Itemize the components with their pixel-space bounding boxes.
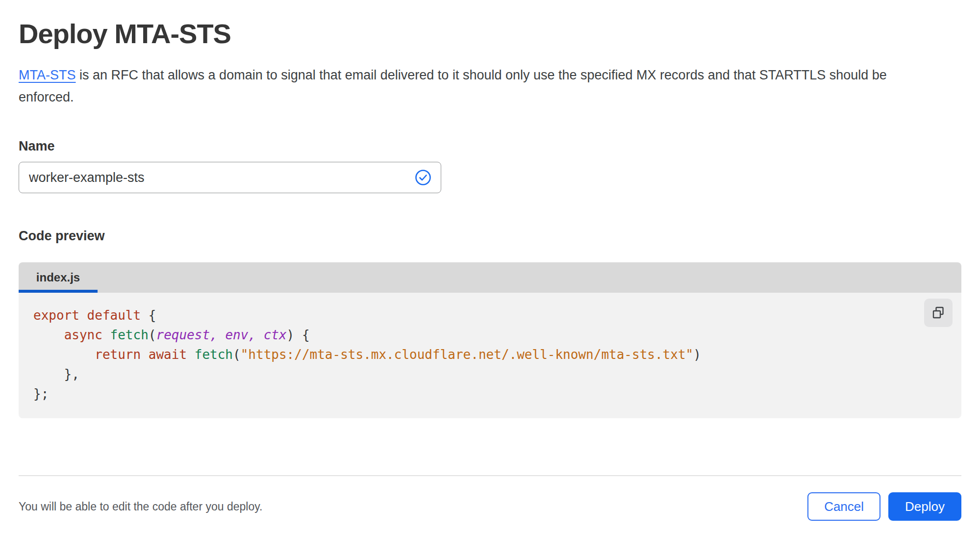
description: MTA-STS is an RFC that allows a domain t… (19, 64, 930, 108)
code-preview-label: Code preview (19, 228, 961, 244)
deploy-button[interactable]: Deploy (888, 492, 961, 521)
name-label: Name (19, 139, 961, 154)
copy-icon (931, 305, 946, 320)
mta-sts-link[interactable]: MTA-STS (19, 68, 76, 82)
footer-actions: Cancel Deploy (807, 492, 961, 521)
footer-note: You will be able to edit the code after … (19, 500, 262, 513)
code-preview-card: index.js export default { async fetch(re… (19, 262, 961, 418)
footer: You will be able to edit the code after … (19, 476, 961, 537)
code-block: export default { async fetch(request, en… (19, 305, 961, 404)
tab-label: index.js (36, 271, 80, 284)
description-text: is an RFC that allows a domain to signal… (19, 68, 887, 104)
tab-index-js[interactable]: index.js (19, 262, 98, 293)
code-tab-bar: index.js (19, 262, 961, 293)
code-area: export default { async fetch(request, en… (19, 293, 961, 418)
deploy-mta-sts-page: Deploy MTA-STS MTA-STS is an RFC that al… (0, 18, 980, 537)
page-title: Deploy MTA-STS (19, 18, 961, 50)
check-circle-icon (415, 169, 431, 186)
copy-button[interactable] (924, 299, 953, 327)
name-input-wrap (19, 162, 441, 193)
cancel-button[interactable]: Cancel (807, 492, 880, 521)
name-input[interactable] (19, 162, 441, 193)
